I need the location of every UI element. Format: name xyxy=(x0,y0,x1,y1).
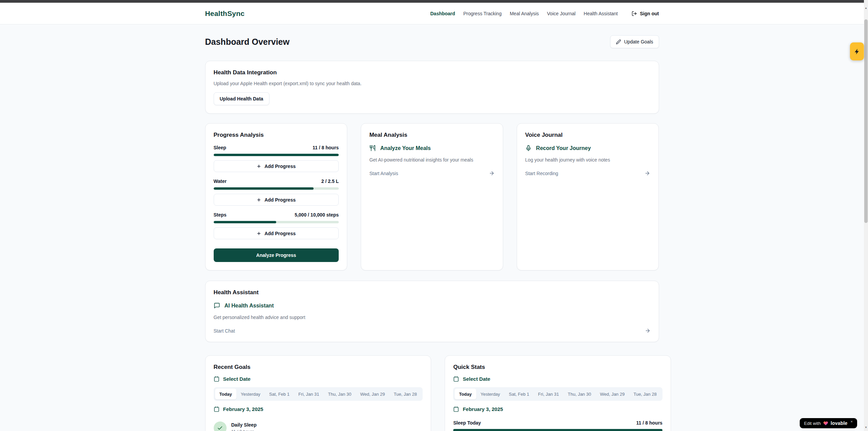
sign-out-button[interactable]: Sign out xyxy=(632,11,659,16)
metric-value: 11 / 8 hours xyxy=(313,145,339,150)
calendar-icon xyxy=(453,376,459,382)
voice-description: Log your health journey with voice notes xyxy=(525,157,651,163)
plus-icon xyxy=(256,164,261,169)
update-goals-button[interactable]: Update Goals xyxy=(610,35,659,48)
date-tab[interactable]: Wed, Jan 29 xyxy=(356,389,389,399)
selected-date-display[interactable]: February 3, 2025 xyxy=(214,406,423,412)
select-date-label: Select Date xyxy=(463,376,490,382)
select-date-button[interactable]: Select Date xyxy=(214,376,423,382)
add-progress-button[interactable]: Add Progress xyxy=(214,160,339,172)
ai-health-assistant-label: AI Health Assistant xyxy=(225,303,274,309)
quick-stats-title: Quick Stats xyxy=(453,364,662,371)
main-nav: Dashboard Progress Tracking Meal Analysi… xyxy=(430,11,659,16)
window-top-strip xyxy=(0,0,864,3)
selected-date-label: February 3, 2025 xyxy=(463,406,503,412)
date-tab[interactable]: Sat, Feb 1 xyxy=(504,389,534,399)
lovable-prefix: Edit with xyxy=(804,421,821,426)
add-progress-label: Add Progress xyxy=(264,197,296,203)
page-title: Dashboard Overview xyxy=(205,37,290,47)
add-progress-button[interactable]: Add Progress xyxy=(214,194,339,206)
metric-label: Water xyxy=(214,179,227,184)
chat-bubble-icon xyxy=(214,302,220,309)
analyze-progress-button[interactable]: Analyze Progress xyxy=(214,248,339,262)
selected-date-label: February 3, 2025 xyxy=(223,406,263,412)
goal-list-item: Daily Sleep 11 / 8 hours xyxy=(214,421,423,431)
select-date-button[interactable]: Select Date xyxy=(453,376,662,382)
start-recording-action[interactable]: Start Recording xyxy=(525,170,651,176)
progress-bar xyxy=(453,429,662,431)
selected-date-display[interactable]: February 3, 2025 xyxy=(453,406,662,412)
add-progress-button[interactable]: Add Progress xyxy=(214,227,339,239)
date-tab-today[interactable]: Today xyxy=(455,389,476,399)
date-tab[interactable]: Thu, Jan 30 xyxy=(563,389,596,399)
voice-journal-title: Voice Journal xyxy=(525,132,651,138)
arrow-right-icon xyxy=(489,170,495,176)
nav-progress-tracking[interactable]: Progress Tracking xyxy=(463,11,502,16)
integration-title: Health Data Integration xyxy=(214,69,651,76)
progress-analysis-card: Progress Analysis Sleep 11 / 8 hours Add… xyxy=(205,123,348,270)
lovable-sidebar-tab[interactable] xyxy=(850,42,864,60)
quick-stats-card: Quick Stats Select Date Today Yesterday … xyxy=(445,355,671,431)
scroll-up-arrow[interactable]: ▲ xyxy=(864,5,868,10)
start-analysis-action[interactable]: Start Analysis xyxy=(369,170,495,176)
start-analysis-label: Start Analysis xyxy=(369,171,398,176)
scroll-down-arrow[interactable]: ▼ xyxy=(864,425,868,430)
progress-bar xyxy=(214,187,339,190)
date-tab[interactable]: Tue, Jan 28 xyxy=(389,389,421,399)
date-tab[interactable]: Tue, Jan 28 xyxy=(629,389,661,399)
start-chat-action[interactable]: Start Chat xyxy=(214,328,651,334)
site-header: HealthSync Dashboard Progress Tracking M… xyxy=(0,3,864,24)
close-icon[interactable]: × xyxy=(851,419,853,424)
select-date-label: Select Date xyxy=(223,376,251,382)
metric-sleep: Sleep 11 / 8 hours Add Progress xyxy=(214,145,339,172)
lovable-heart-icon xyxy=(823,421,828,426)
record-your-journey-link[interactable]: Record Your Journey xyxy=(525,145,651,151)
date-tab[interactable]: Wed, Jan 29 xyxy=(596,389,629,399)
check-circle-icon xyxy=(214,421,227,431)
add-progress-label: Add Progress xyxy=(264,164,296,169)
record-your-journey-label: Record Your Journey xyxy=(536,145,591,151)
upload-health-data-button[interactable]: Upload Health Data xyxy=(214,92,269,105)
voice-journal-card: Voice Journal Record Your Journey Log yo… xyxy=(517,123,659,270)
metric-label: Sleep xyxy=(214,145,226,150)
plus-icon xyxy=(256,231,261,236)
health-data-integration-card: Health Data Integration Upload your Appl… xyxy=(205,61,659,114)
nav-dashboard[interactable]: Dashboard xyxy=(430,11,455,16)
app-canvas: HealthSync Dashboard Progress Tracking M… xyxy=(0,0,868,431)
plus-icon xyxy=(256,198,261,202)
date-tab[interactable]: Fri, Jan 31 xyxy=(294,389,323,399)
date-tab-yesterday[interactable]: Yesterday xyxy=(476,389,504,399)
arrow-right-icon xyxy=(644,170,650,176)
calendar-icon xyxy=(453,406,459,412)
vertical-scrollbar[interactable]: ▲ ▼ xyxy=(864,0,868,431)
date-tab[interactable]: Fri, Jan 31 xyxy=(534,389,563,399)
nav-health-assistant[interactable]: Health Assistant xyxy=(584,11,618,16)
progress-bar xyxy=(214,221,339,223)
meal-analysis-card: Meal Analysis Analyze Your Meals Get AI-… xyxy=(361,123,503,270)
date-tab-yesterday[interactable]: Yesterday xyxy=(236,389,265,399)
goal-name: Daily Sleep xyxy=(231,422,257,428)
recent-goals-title: Recent Goals xyxy=(214,364,423,371)
analyze-your-meals-link[interactable]: Analyze Your Meals xyxy=(369,145,495,151)
metric-value: 5,000 / 10,000 steps xyxy=(295,212,339,218)
calendar-icon xyxy=(214,376,219,382)
goal-value: 11 / 8 hours xyxy=(231,429,257,431)
meal-description: Get AI-powered nutritional insights for … xyxy=(369,157,495,163)
date-tab[interactable]: Thu, Jan 30 xyxy=(324,389,356,399)
main-content: Dashboard Overview Update Goals Health D… xyxy=(205,35,659,431)
utensils-icon xyxy=(369,145,376,151)
metric-value: 2 / 2.5 L xyxy=(321,179,339,184)
add-progress-label: Add Progress xyxy=(264,231,296,236)
date-tab-today[interactable]: Today xyxy=(215,389,236,399)
app-logo: HealthSync xyxy=(205,10,245,18)
edit-with-lovable-badge[interactable]: Edit with lovable × xyxy=(800,418,857,428)
start-recording-label: Start Recording xyxy=(525,171,558,176)
scrollbar-thumb[interactable] xyxy=(864,19,868,223)
nav-meal-analysis[interactable]: Meal Analysis xyxy=(510,11,539,16)
date-tabs: Today Yesterday Sat, Feb 1 Fri, Jan 31 T… xyxy=(453,387,662,401)
date-tab[interactable]: Sat, Feb 1 xyxy=(265,389,294,399)
ai-health-assistant-link[interactable]: AI Health Assistant xyxy=(214,302,651,309)
metric-steps: Steps 5,000 / 10,000 steps Add Progress xyxy=(214,212,339,239)
nav-voice-journal[interactable]: Voice Journal xyxy=(547,11,575,16)
analyze-your-meals-label: Analyze Your Meals xyxy=(380,145,431,151)
